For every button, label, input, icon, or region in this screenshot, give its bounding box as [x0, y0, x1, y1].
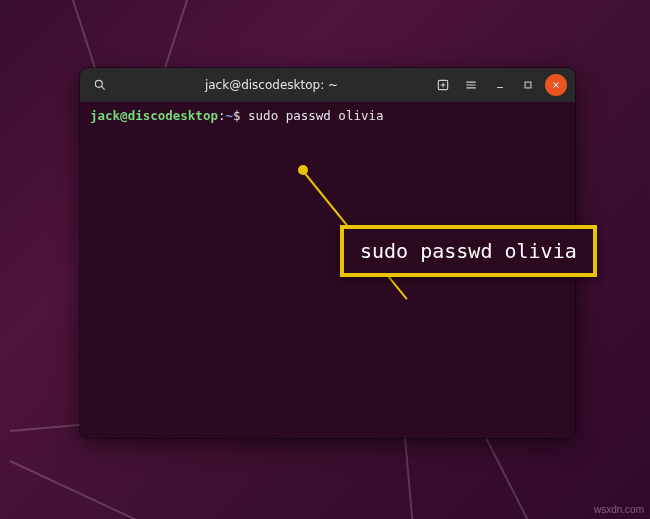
svg-rect-9: [525, 82, 531, 88]
bg-geometry-line: [10, 460, 192, 519]
search-icon[interactable]: [88, 73, 112, 97]
minimize-button[interactable]: [489, 74, 511, 96]
maximize-button[interactable]: [517, 74, 539, 96]
new-tab-icon[interactable]: [431, 73, 455, 97]
svg-point-0: [95, 80, 102, 87]
window-title: jack@discodesktop: ~: [118, 78, 425, 92]
callout-text: sudo passwd olivia: [360, 239, 577, 263]
prompt-symbol: $: [233, 108, 248, 123]
prompt-user-host: jack@discodesktop: [90, 108, 218, 123]
close-button[interactable]: [545, 74, 567, 96]
svg-line-1: [101, 86, 104, 89]
prompt-path: ~: [225, 108, 233, 123]
callout-box: sudo passwd olivia: [340, 225, 597, 277]
titlebar: jack@discodesktop: ~: [80, 68, 575, 102]
command-text: sudo passwd olivia: [248, 108, 383, 123]
hamburger-menu-icon[interactable]: [459, 73, 483, 97]
watermark-text: wsxdn.com: [594, 504, 644, 515]
